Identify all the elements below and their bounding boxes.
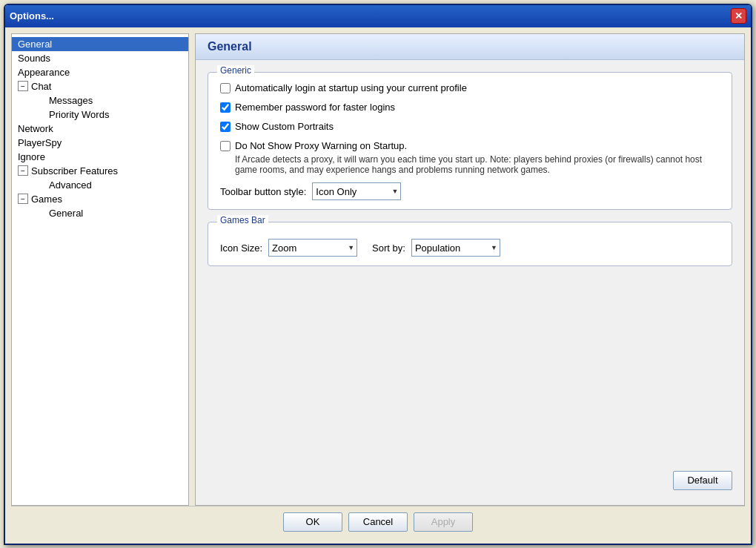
- sidebar-label-subscriber-features: Subscriber Features: [31, 165, 118, 176]
- sort-by-select[interactable]: PopulationNameCategory: [411, 239, 500, 257]
- main-panel: General Generic Automatically login at s…: [195, 33, 745, 506]
- sidebar-label-sounds: Sounds: [18, 53, 50, 64]
- sort-by-select-wrapper: PopulationNameCategory: [411, 239, 500, 257]
- icon-size-select[interactable]: ZoomSmallMediumLarge: [268, 239, 357, 257]
- games-bar-group: Games Bar Icon Size: ZoomSmallMediumLarg…: [208, 222, 732, 266]
- sidebar-label-games-general: General: [49, 208, 83, 219]
- checkbox-remember-password[interactable]: [220, 102, 231, 113]
- close-button[interactable]: ✕: [731, 8, 746, 24]
- default-button[interactable]: Default: [673, 471, 732, 490]
- content-area: GeneralSoundsAppearance−ChatMessagesPrio…: [11, 33, 745, 506]
- expand-icon-chat[interactable]: −: [18, 81, 28, 91]
- expand-icon-subscriber-features[interactable]: −: [18, 165, 28, 176]
- sidebar-item-chat[interactable]: −Chat: [12, 79, 188, 93]
- sidebar-item-messages[interactable]: Messages: [12, 93, 188, 108]
- checkbox-main-label-auto-login: Automatically login at startup using you…: [235, 82, 467, 95]
- sidebar-label-playerspy: PlayerSpy: [18, 137, 62, 148]
- checkbox-proxy-warning[interactable]: [220, 141, 231, 151]
- toolbar-label: Toolbar button style:: [220, 186, 306, 197]
- sort-by-label: Sort by:: [372, 242, 405, 254]
- checkbox-main-label-remember-password: Remember password for faster logins: [235, 101, 395, 114]
- checkbox-label-show-portraits: Show Custom Portraits: [235, 120, 334, 133]
- checkbox-note-proxy-warning: If Arcade detects a proxy, it will warn …: [235, 154, 720, 175]
- sidebar-label-priority-words: Priority Words: [49, 109, 109, 120]
- sidebar-item-subscriber-features[interactable]: −Subscriber Features: [12, 164, 188, 178]
- title-bar: Options... ✕: [5, 5, 751, 27]
- sidebar-label-messages: Messages: [49, 95, 93, 106]
- sidebar-item-games-general[interactable]: General: [12, 206, 188, 220]
- generic-group: Generic Automatically login at startup u…: [208, 72, 732, 211]
- checkboxes-container: Automatically login at startup using you…: [220, 82, 720, 176]
- window-body: GeneralSoundsAppearance−ChatMessagesPrio…: [5, 27, 751, 544]
- sidebar-label-general: General: [18, 39, 52, 50]
- sidebar-label-chat: Chat: [31, 81, 51, 92]
- games-bar-row: Icon Size: ZoomSmallMediumLarge Sort by:…: [220, 239, 720, 257]
- sidebar-label-games: Games: [31, 194, 62, 205]
- sidebar-item-priority-words[interactable]: Priority Words: [12, 108, 188, 122]
- checkbox-show-portraits[interactable]: [220, 122, 231, 132]
- sidebar-item-advanced[interactable]: Advanced: [12, 178, 188, 192]
- icon-size-label: Icon Size:: [220, 242, 262, 254]
- sidebar-item-games[interactable]: −Games: [12, 192, 188, 206]
- expand-icon-games[interactable]: −: [18, 194, 28, 204]
- sidebar-label-network: Network: [18, 123, 53, 134]
- options-window: Options... ✕ GeneralSoundsAppearance−Cha…: [4, 4, 752, 545]
- sidebar-item-network[interactable]: Network: [12, 122, 188, 136]
- checkbox-main-label-show-portraits: Show Custom Portraits: [235, 120, 334, 133]
- sidebar-item-sounds[interactable]: Sounds: [12, 51, 188, 65]
- default-row: Default: [208, 471, 732, 490]
- toolbar-style-row: Toolbar button style: Icon OnlyText Only…: [220, 182, 720, 200]
- checkbox-label-remember-password: Remember password for faster logins: [235, 101, 395, 114]
- checkbox-label-proxy-warning: Do Not Show Proxy Warning on Startup.If …: [235, 139, 720, 175]
- checkbox-auto-login[interactable]: [220, 83, 231, 93]
- icon-size-select-wrapper: ZoomSmallMediumLarge: [268, 239, 357, 257]
- main-content: Generic Automatically login at startup u…: [196, 60, 744, 505]
- checkbox-row-show-portraits: Show Custom Portraits: [220, 120, 720, 133]
- sidebar: GeneralSoundsAppearance−ChatMessagesPrio…: [11, 33, 189, 506]
- sidebar-label-ignore: Ignore: [18, 151, 45, 162]
- ok-button[interactable]: OK: [283, 512, 342, 532]
- sidebar-item-ignore[interactable]: Ignore: [12, 150, 188, 164]
- checkbox-row-proxy-warning: Do Not Show Proxy Warning on Startup.If …: [220, 139, 720, 175]
- cancel-button[interactable]: Cancel: [348, 512, 408, 532]
- sidebar-item-appearance[interactable]: Appearance: [12, 65, 188, 79]
- toolbar-select[interactable]: Icon OnlyText OnlyIcon and Text: [312, 182, 401, 200]
- panel-title: General: [208, 40, 732, 53]
- sidebar-item-playerspy[interactable]: PlayerSpy: [12, 136, 188, 150]
- main-header: General: [196, 34, 744, 60]
- checkbox-row-remember-password: Remember password for faster logins: [220, 101, 720, 114]
- games-bar-legend: Games Bar: [217, 215, 268, 225]
- apply-button[interactable]: Apply: [414, 512, 473, 532]
- checkbox-row-auto-login: Automatically login at startup using you…: [220, 82, 720, 95]
- checkbox-label-auto-login: Automatically login at startup using you…: [235, 82, 467, 95]
- window-title: Options...: [10, 10, 54, 22]
- generic-legend: Generic: [217, 65, 254, 76]
- sidebar-item-general[interactable]: General: [12, 37, 188, 51]
- sidebar-label-appearance: Appearance: [18, 67, 70, 78]
- bottom-buttons: OK Cancel Apply: [11, 506, 745, 538]
- sidebar-label-advanced: Advanced: [49, 179, 92, 191]
- checkbox-main-label-proxy-warning: Do Not Show Proxy Warning on Startup.: [235, 139, 720, 153]
- toolbar-select-wrapper: Icon OnlyText OnlyIcon and Text: [312, 182, 401, 200]
